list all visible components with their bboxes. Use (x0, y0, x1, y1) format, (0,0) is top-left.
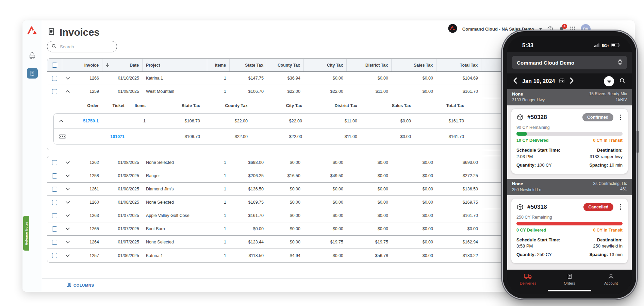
expand-row-icon[interactable] (66, 214, 70, 217)
ticket-number-link[interactable]: 101071 (110, 134, 125, 139)
row-checkbox[interactable] (52, 200, 57, 205)
expand-row-icon[interactable] (66, 241, 70, 243)
invoice-number-cell: 1262 (75, 156, 102, 169)
kebab-menu-icon[interactable] (619, 114, 623, 121)
collapse-order-icon[interactable] (59, 120, 63, 122)
expand-row-icon[interactable] (66, 227, 70, 230)
column-header-district-tax[interactable]: District Tax (347, 59, 392, 71)
items-cell: 1 (207, 72, 230, 85)
select-all-checkbox[interactable] (52, 63, 57, 68)
column-header-state-tax[interactable]: State Tax (230, 59, 267, 71)
chevron-down-icon[interactable] (539, 28, 542, 30)
order-number-link[interactable]: 51759-1 (83, 119, 99, 123)
items-cell: 1 (207, 209, 230, 222)
row-checkbox[interactable] (52, 89, 57, 94)
column-header-total-tax[interactable]: Total Tax (436, 59, 481, 71)
delivery-progress-bar (516, 132, 623, 136)
district-tax-cell: $19.75 (347, 236, 392, 249)
column-header-city-tax[interactable]: City Tax (304, 59, 347, 71)
expand-row-icon[interactable] (66, 254, 70, 257)
row-checkbox[interactable] (52, 253, 57, 258)
delivery-progress-fill (516, 132, 527, 136)
row-checkbox[interactable] (52, 240, 57, 245)
sales-tax-cell: $0.00 (392, 249, 436, 262)
sales-tax-cell: $0.00 (392, 183, 436, 196)
next-day-chevron-icon[interactable] (570, 78, 574, 85)
schedule-destination-row: Schedule Start Time:3:58 PMDestination:2… (516, 237, 623, 250)
delivery-card[interactable]: #50328Confirmed90 CY Remaining10 CY Deli… (511, 109, 628, 174)
org-selector-label[interactable]: Command Cloud - NA Sales Demo (462, 27, 534, 32)
date-cell: 01/08/2025 (102, 156, 143, 169)
sidebar-item-deliveries[interactable] (29, 52, 36, 59)
expand-row-icon[interactable] (66, 77, 70, 80)
column-header[interactable] (47, 59, 62, 71)
row-checkbox[interactable] (52, 226, 57, 232)
column-header-invoice[interactable]: Invoice (62, 59, 102, 71)
schedule-start-time: Schedule Start Time:2:03 PM (516, 147, 560, 160)
search-input[interactable] (59, 44, 113, 50)
cell (62, 169, 75, 182)
city-tax-cell: $0.00 (304, 209, 347, 222)
delivery-card-header: #50328Confirmed (516, 113, 623, 121)
date-cell: 01/08/2025 (102, 85, 143, 98)
delivery-progress-bar (516, 222, 623, 225)
order-cell (69, 129, 102, 144)
date-cell: 01/10/2025 (102, 72, 143, 85)
cell (47, 236, 62, 249)
search-box (47, 41, 117, 52)
column-header-items[interactable]: Items (207, 59, 230, 71)
section-plant-info: None3133 Ranger Hwy (512, 91, 545, 103)
invoice-number-cell: 1263 (75, 209, 102, 222)
nav-tab-label: Orders (564, 281, 575, 285)
expand-row-icon[interactable] (66, 201, 70, 204)
city-tax-cell: $0.00 (304, 183, 347, 196)
sidebar-item-invoices[interactable] (27, 68, 38, 79)
sub-column-header: City Tax (251, 103, 306, 108)
expand-row-icon[interactable] (66, 161, 70, 164)
columns-button[interactable]: COLUMNS (73, 283, 94, 287)
previous-day-chevron-icon[interactable] (513, 78, 517, 85)
column-header-sales-tax[interactable]: Sales Tax (392, 59, 436, 71)
sub-column-header: Ticket (102, 103, 128, 108)
row-checkbox[interactable] (52, 213, 57, 218)
row-checkbox[interactable] (52, 76, 57, 81)
orders-receipt-icon (566, 273, 573, 280)
filter-button[interactable] (604, 76, 614, 86)
sub-state-tax-cell: $106.70 (149, 129, 203, 144)
date-cell: 01/08/2025 (102, 169, 143, 182)
customer-code: 15RIV (589, 97, 627, 103)
items-cell: 1 (207, 156, 230, 169)
column-header-county-tax[interactable]: County Tax (267, 59, 304, 71)
expand-row-icon[interactable] (66, 174, 70, 177)
kebab-menu-icon[interactable] (619, 203, 623, 210)
expand-row-icon[interactable] (66, 188, 70, 190)
current-date-label[interactable]: Jan 10, 2024 (522, 78, 555, 84)
state-tax-cell: $118.50 (230, 249, 267, 262)
items-cell: 1 (207, 183, 230, 196)
sort-descending-icon[interactable] (106, 63, 110, 67)
row-checkbox[interactable] (52, 160, 57, 165)
sales-tax-cell: $0.00 (392, 196, 436, 209)
row-checkbox[interactable] (52, 187, 57, 192)
app-grid-icon[interactable] (570, 26, 576, 32)
delivery-details: Schedule Start Time:3:58 PMDestination:2… (516, 237, 623, 258)
calendar-icon[interactable] (559, 78, 565, 85)
invoices-icon (47, 27, 56, 38)
state-tax-cell: $161.70 (230, 209, 267, 222)
delivery-card[interactable]: #50318Cancelled250 CY Remaining0 CY Deli… (511, 199, 628, 264)
invoice-number-cell: 1265 (75, 222, 102, 235)
column-header-date[interactable]: Date (102, 59, 143, 71)
sub-cell (54, 129, 69, 144)
invoice-number-cell: 1266 (75, 72, 102, 85)
search-icon-phone[interactable] (619, 78, 626, 85)
release-notes-tab[interactable]: Release Notes (23, 216, 29, 251)
city-tax-cell: $0.00 (304, 249, 347, 262)
collapse-row-icon[interactable] (66, 90, 70, 93)
county-tax-cell: $36.94 (267, 72, 304, 85)
org-selector[interactable]: Command Cloud Demo (512, 56, 627, 69)
delivery-order-id: #50318 (527, 204, 547, 210)
row-checkbox[interactable] (52, 173, 57, 178)
sales-tax-cell: $0.00 (392, 222, 436, 235)
column-header-project[interactable]: Project (143, 59, 207, 71)
signal-strength-icon (594, 42, 600, 49)
